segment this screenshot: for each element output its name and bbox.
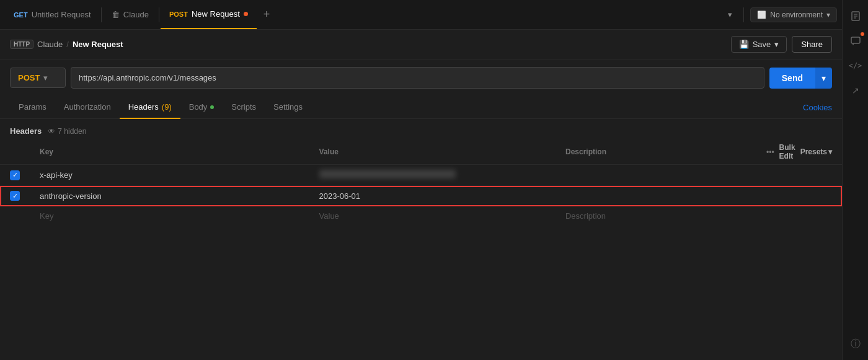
row-key-cell[interactable]: anthropic-version <box>30 186 309 206</box>
table-header-row: Key Value Description ••• Bulk Edit Pres… <box>0 139 842 165</box>
tab-headers-label: Headers <box>128 102 159 112</box>
tab-headers[interactable]: Headers (9) <box>120 96 180 119</box>
col-header-actions: ••• Bulk Edit Presets ▾ <box>756 139 842 165</box>
empty-actions-cell <box>756 206 842 226</box>
tab-label-post-new: New Request <box>192 9 240 19</box>
save-label: Save <box>753 40 771 49</box>
breadcrumb-bar: HTTP Claude / New Request 💾 Save ▾ Share <box>0 30 842 59</box>
right-sidebar: </> ↗ ⓘ <box>842 0 868 360</box>
row-actions-cell <box>756 165 842 186</box>
more-options-icon[interactable]: ••• <box>766 147 774 156</box>
comment-sidebar-icon[interactable] <box>844 30 867 52</box>
document-sidebar-icon[interactable] <box>844 5 867 27</box>
tab-label-get-untitled: Untitled Request <box>32 10 91 19</box>
tab-params[interactable]: Params <box>10 96 55 119</box>
method-text: POST <box>18 73 40 82</box>
add-tab-button[interactable]: + <box>257 5 277 25</box>
breadcrumb-collection[interactable]: Claude <box>37 40 63 49</box>
presets-label: Presets <box>800 147 827 156</box>
col-header-value: Value <box>309 139 556 165</box>
tab-body-label: Body <box>189 102 208 112</box>
breadcrumb-title: New Request <box>73 40 123 49</box>
http-badge: HTTP <box>10 40 33 49</box>
method-badge-post: POST <box>169 11 188 18</box>
send-button[interactable]: Send <box>769 68 815 89</box>
breadcrumb-actions: 💾 Save ▾ Share <box>731 36 832 53</box>
col-header-checkbox <box>0 139 30 165</box>
check-icon: ✓ <box>12 171 18 179</box>
table-row: ✓ x-api-key <box>0 165 842 186</box>
method-selector[interactable]: POST ▾ <box>10 68 66 88</box>
code-sidebar-icon[interactable]: </> <box>844 55 867 77</box>
hidden-count-label: 7 hidden <box>58 127 86 136</box>
row-description-cell[interactable] <box>556 186 756 206</box>
tab-scripts[interactable]: Scripts <box>223 96 265 119</box>
col-header-description: Description <box>556 139 756 165</box>
method-badge-get: GET <box>14 11 28 19</box>
request-tabs-nav: Params Authorization Headers (9) Body Sc… <box>0 96 842 119</box>
tab-bar: GET Untitled Request 🗑 Claude POST New R… <box>0 0 842 30</box>
blurred-value <box>319 170 456 178</box>
tab-params-label: Params <box>19 102 46 112</box>
tab-separator-2 <box>159 7 159 22</box>
svg-rect-4 <box>851 37 860 43</box>
hidden-headers-badge: 👁 7 hidden <box>48 127 86 136</box>
tab-authorization[interactable]: Authorization <box>55 96 120 119</box>
row-checkbox-cell: ✓ <box>0 186 30 206</box>
row-actions-cell <box>756 186 842 206</box>
save-button[interactable]: 💾 Save ▾ <box>731 36 787 53</box>
presets-button[interactable]: Presets ▾ <box>800 147 832 156</box>
headers-section-title: Headers <box>10 126 42 136</box>
tab-label-claude: Claude <box>123 10 149 19</box>
tab-authorization-label: Authorization <box>64 102 111 112</box>
environment-selector[interactable]: ⬜ No environment ▾ <box>750 7 837 22</box>
row-value-cell[interactable] <box>309 165 556 186</box>
eye-icon: 👁 <box>48 127 55 136</box>
table-row: ✓ anthropic-version 2023-06-01 <box>0 186 842 206</box>
method-chevron-icon: ▾ <box>43 73 48 82</box>
row-description-cell[interactable] <box>556 165 756 186</box>
tab-body[interactable]: Body <box>180 96 223 119</box>
save-icon: 💾 <box>739 40 749 49</box>
empty-desc-cell[interactable]: Description <box>556 206 756 226</box>
check-icon: ✓ <box>12 192 18 200</box>
url-input-wrapper <box>71 67 764 89</box>
table-row-empty: Key Value Description <box>0 206 842 226</box>
empty-value-cell[interactable]: Value <box>309 206 556 226</box>
tab-settings-label: Settings <box>273 102 303 112</box>
tab-claude[interactable]: 🗑 Claude <box>103 0 157 29</box>
tabs-overflow-button[interactable]: ▾ <box>723 7 737 22</box>
save-chevron-icon: ▾ <box>774 40 779 49</box>
empty-checkbox-cell <box>0 206 30 226</box>
tab-separator-1 <box>101 7 102 22</box>
bulk-edit-button[interactable]: Bulk Edit <box>779 143 795 160</box>
env-icon: ⬜ <box>757 11 766 19</box>
cookies-button[interactable]: Cookies <box>803 103 832 112</box>
tab-scripts-label: Scripts <box>231 102 256 112</box>
breadcrumb-separator: / <box>66 40 69 49</box>
row-checkbox[interactable]: ✓ <box>10 191 20 201</box>
url-input[interactable] <box>71 68 764 88</box>
tab-bar-right: ▾ ⬜ No environment ▾ <box>723 7 837 22</box>
headers-count-badge: (9) <box>162 102 172 112</box>
headers-table: Key Value Description ••• Bulk Edit Pres… <box>0 139 842 226</box>
empty-key-cell[interactable]: Key <box>30 206 309 226</box>
tab-get-untitled[interactable]: GET Untitled Request <box>5 0 100 29</box>
presets-chevron-icon: ▾ <box>828 147 832 156</box>
headers-section-header: Headers 👁 7 hidden <box>0 119 842 139</box>
share-button[interactable]: Share <box>792 36 832 53</box>
row-checkbox[interactable]: ✓ <box>10 170 20 180</box>
expand-sidebar-icon[interactable]: ↗ <box>844 79 867 102</box>
tab-settings[interactable]: Settings <box>265 96 311 119</box>
row-checkbox-cell: ✓ <box>0 165 30 186</box>
tab-separator-3 <box>743 7 744 22</box>
send-button-group: Send ▾ <box>769 68 832 89</box>
headers-table-container: Key Value Description ••• Bulk Edit Pres… <box>0 139 842 360</box>
send-dropdown-button[interactable]: ▾ <box>815 68 832 89</box>
env-chevron-icon: ▾ <box>826 11 830 19</box>
row-key-cell[interactable]: x-api-key <box>30 165 309 186</box>
info-sidebar-icon[interactable]: ⓘ <box>844 333 867 355</box>
row-value-cell[interactable]: 2023-06-01 <box>309 186 556 206</box>
body-active-dot <box>210 105 214 109</box>
tab-post-new-request[interactable]: POST New Request <box>161 0 257 29</box>
